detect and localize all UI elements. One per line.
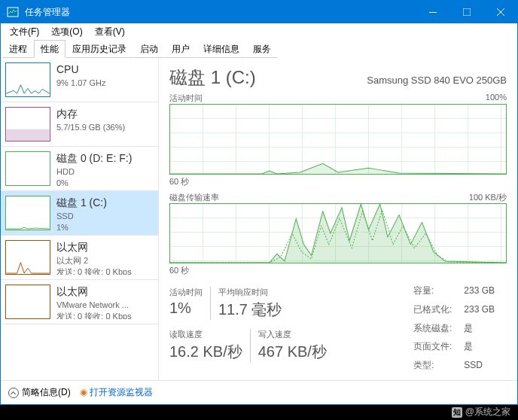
eth1-thumb xyxy=(5,240,50,275)
read-speed-label: 读取速度 xyxy=(169,329,242,340)
tabs: 进程 性能 应用历史记录 启动 用户 详细信息 服务 xyxy=(1,40,517,58)
window-title: 任务管理器 xyxy=(25,6,416,19)
chart1-label: 活动时间 xyxy=(169,93,203,104)
tab-performance[interactable]: 性能 xyxy=(34,40,66,58)
menu-file[interactable]: 文件(F) xyxy=(4,24,45,40)
transfer-chart[interactable] xyxy=(169,203,507,263)
main-title: 磁盘 1 (C:) xyxy=(169,65,256,90)
sidebar-item-ethernet2[interactable]: 以太网VMware Network ...发送: 0 接收: 0 Kbps xyxy=(1,280,158,324)
tab-details[interactable]: 详细信息 xyxy=(197,40,246,58)
close-button[interactable] xyxy=(483,1,517,23)
sidebar-item-memory[interactable]: 内存5.7/15.9 GB (36%) xyxy=(1,102,158,147)
menu-options[interactable]: 选项(O) xyxy=(45,24,88,40)
sidebar-item-disk1[interactable]: 磁盘 1 (C:)SSD1% xyxy=(1,191,158,236)
footer: 简略信息(D) ◉打开资源监视器 xyxy=(1,380,517,404)
write-speed-value: 467 KB/秒 xyxy=(258,342,327,362)
chart1-right: 100% xyxy=(486,93,507,104)
sidebar: CPU9% 1.07 GHz 内存5.7/15.9 GB (36%) 磁盘 0 … xyxy=(1,58,159,380)
open-resource-monitor[interactable]: ◉打开资源监视器 xyxy=(80,386,153,399)
sidebar-item-cpu[interactable]: CPU9% 1.07 GHz xyxy=(1,58,158,102)
sidebar-item-ethernet1[interactable]: 以太网以太网 2发送: 0 接收: 0 Kbps xyxy=(1,236,158,280)
tab-startup[interactable]: 启动 xyxy=(133,40,165,58)
chart2-label: 磁盘传输速率 xyxy=(169,192,219,203)
chart1-under: 60 秒 xyxy=(169,176,507,187)
brief-info-toggle[interactable]: 简略信息(D) xyxy=(8,386,71,399)
maximize-button[interactable] xyxy=(449,1,483,23)
svg-rect-3 xyxy=(6,129,49,141)
svg-rect-2 xyxy=(463,8,471,16)
menubar: 文件(F) 选项(O) 查看(V) xyxy=(1,23,517,40)
chevron-up-icon xyxy=(8,388,19,398)
monitor-icon: ◉ xyxy=(80,387,87,397)
zhihu-icon: 知 xyxy=(452,407,462,418)
watermark: 知@系统之家 xyxy=(452,406,510,418)
write-speed-label: 写入速度 xyxy=(258,329,327,340)
titlebar[interactable]: 任务管理器 xyxy=(1,1,517,23)
eth2-thumb xyxy=(5,285,50,319)
disk1-thumb xyxy=(5,196,50,230)
disk0-thumb xyxy=(5,151,50,186)
chart2-under: 60 秒 xyxy=(169,265,507,276)
cpu-thumb xyxy=(5,62,50,97)
active-time-label: 活动时间 xyxy=(169,287,203,298)
svg-rect-1 xyxy=(429,12,437,13)
app-icon xyxy=(7,6,19,18)
minimize-button[interactable] xyxy=(416,1,449,23)
tab-processes[interactable]: 进程 xyxy=(2,40,34,58)
tab-services[interactable]: 服务 xyxy=(246,40,278,58)
tab-users[interactable]: 用户 xyxy=(165,40,197,58)
memory-thumb xyxy=(5,107,50,142)
resp-time-value: 11.7 毫秒 xyxy=(218,300,282,320)
sidebar-item-disk0[interactable]: 磁盘 0 (D: E: F:)HDD0% xyxy=(1,147,158,191)
disk-model: Samsung SSD 840 EVO 250GB xyxy=(367,75,507,86)
main-panel: 磁盘 1 (C:) Samsung SSD 840 EVO 250GB 活动时间… xyxy=(159,58,517,380)
resp-time-label: 平均响应时间 xyxy=(218,287,282,298)
active-time-value: 1% xyxy=(169,300,203,317)
read-speed-value: 16.2 KB/秒 xyxy=(169,342,242,362)
tab-apphistory[interactable]: 应用历史记录 xyxy=(66,40,133,58)
activity-chart[interactable] xyxy=(169,104,507,175)
chart2-right: 100 KB/秒 xyxy=(469,192,507,203)
properties-table: 容量:233 GB 已格式化:233 GB 系统磁盘:是 页面文件:是 类型:S… xyxy=(397,281,507,376)
menu-view[interactable]: 查看(V) xyxy=(89,24,131,40)
